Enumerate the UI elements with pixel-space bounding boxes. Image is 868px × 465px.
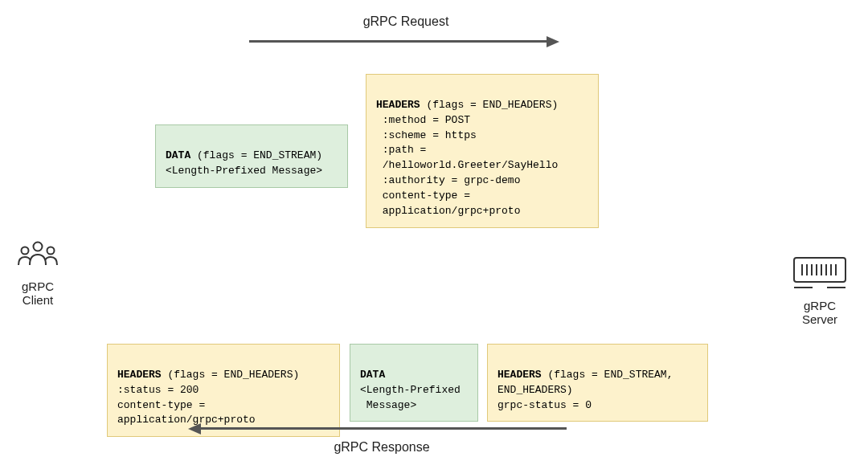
client-label: gRPC Client	[18, 279, 58, 307]
frame-body: <Length-Prefixed Message>	[166, 165, 322, 177]
frame-title: DATA	[360, 369, 385, 381]
frame-flags: (flags = END_HEADERS)	[162, 369, 300, 381]
request-arrow-head	[547, 36, 559, 47]
frame-title: HEADERS	[117, 369, 162, 381]
frame-flags: (flags = END_STREAM)	[190, 149, 322, 161]
frame-title: HEADERS	[376, 99, 420, 111]
svg-point-1	[22, 247, 29, 255]
response-arrow-head	[188, 423, 201, 434]
response-headers-frame: HEADERS (flags = END_HEADERS) :status = …	[107, 344, 340, 437]
server-icon	[792, 255, 848, 292]
server-label: gRPC Server	[796, 299, 844, 326]
response-label: gRPC Response	[326, 440, 438, 455]
client-icon	[16, 241, 60, 273]
response-trailers-frame: HEADERS (flags = END_STREAM, END_HEADERS…	[487, 344, 708, 422]
response-data-frame: DATA <Length-Prefixed Message>	[350, 344, 478, 422]
frame-title: DATA	[166, 149, 190, 161]
request-arrow-line	[249, 40, 547, 43]
frame-body: <Length-Prefixed Message>	[360, 384, 461, 411]
request-headers-frame: HEADERS (flags = END_HEADERS) :method = …	[366, 74, 599, 228]
frame-flags: (flags = END_HEADERS)	[420, 99, 559, 111]
frame-body: :method = POST :scheme = https :path = /…	[376, 114, 558, 217]
request-label: gRPC Request	[358, 14, 454, 29]
frame-body: grpc-status = 0	[497, 399, 592, 411]
frame-body: :status = 200 content-type = application…	[117, 384, 256, 426]
request-data-frame: DATA (flags = END_STREAM) <Length-Prefix…	[155, 124, 348, 188]
frame-title: HEADERS	[497, 369, 542, 381]
svg-point-2	[47, 247, 55, 255]
svg-point-0	[34, 243, 43, 251]
response-arrow-line	[201, 427, 567, 430]
